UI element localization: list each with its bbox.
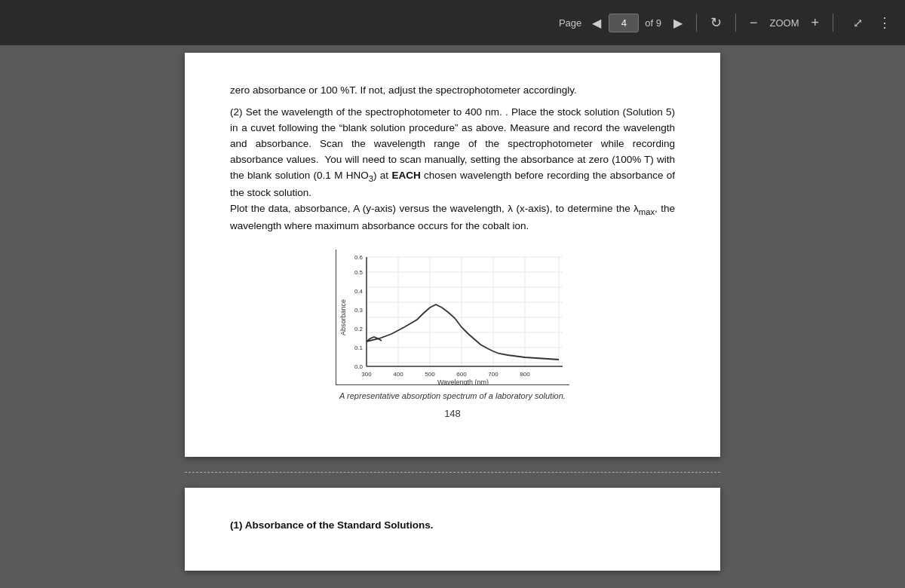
prev-page-button[interactable]: ◀ xyxy=(586,11,607,35)
page-separator xyxy=(185,472,720,473)
page-label: Page xyxy=(559,17,581,29)
toolbar-separator-1 xyxy=(696,14,697,32)
svg-text:600: 600 xyxy=(456,371,467,378)
page5-heading: (1) Absorbance of the Standard Solutions… xyxy=(230,518,675,534)
toolbar-separator-3 xyxy=(833,14,833,32)
page-number-input[interactable] xyxy=(609,14,639,32)
chart-wrap: 0.0 0.1 0.2 0.3 0.4 0.5 0.6 300 400 500 … xyxy=(336,250,569,385)
zoom-out-button[interactable]: − xyxy=(744,11,764,35)
main-scroll-area[interactable]: zero absorbance or 100 %T. If not, adjus… xyxy=(0,45,905,588)
svg-text:0.2: 0.2 xyxy=(354,326,364,332)
zoom-in-button[interactable]: + xyxy=(805,11,825,35)
expand-button[interactable]: ⤢ xyxy=(847,11,869,35)
absorption-chart-svg: 0.0 0.1 0.2 0.3 0.4 0.5 0.6 300 400 500 … xyxy=(336,250,569,385)
svg-text:500: 500 xyxy=(425,371,435,378)
paragraph-wavelength-instructions: (2) Set the wavelength of the spectropho… xyxy=(230,105,675,234)
of-pages-label: of 9 xyxy=(645,17,661,29)
toolbar-separator-2 xyxy=(735,14,736,32)
svg-text:Wavelength (nm): Wavelength (nm) xyxy=(437,378,489,385)
page5-heading-text: (1) Absorbance of the Standard Solutions… xyxy=(230,519,434,531)
chart-caption: A representative absorption spectrum of … xyxy=(339,391,566,400)
svg-text:300: 300 xyxy=(361,371,372,378)
svg-text:700: 700 xyxy=(488,371,499,378)
svg-text:0.0: 0.0 xyxy=(354,363,364,370)
refresh-button[interactable]: ↻ xyxy=(704,10,728,35)
absorption-chart-container: 0.0 0.1 0.2 0.3 0.4 0.5 0.6 300 400 500 … xyxy=(230,250,675,400)
svg-text:0.6: 0.6 xyxy=(354,254,364,261)
svg-text:Absorbance: Absorbance xyxy=(339,299,347,335)
svg-text:800: 800 xyxy=(520,371,530,378)
svg-text:0.5: 0.5 xyxy=(354,269,364,276)
page-4-document: zero absorbance or 100 %T. If not, adjus… xyxy=(185,53,720,457)
paragraph-zero-absorbance: zero absorbance or 100 %T. If not, adjus… xyxy=(230,83,675,99)
next-page-button[interactable]: ▶ xyxy=(667,11,689,35)
svg-text:0.1: 0.1 xyxy=(354,345,364,351)
page-5-document: (1) Absorbance of the Standard Solutions… xyxy=(185,488,720,571)
svg-text:400: 400 xyxy=(393,371,403,378)
svg-text:0.3: 0.3 xyxy=(354,307,364,314)
toolbar: Page ◀ of 9 ▶ ↻ − ZOOM + ⤢ ⋮ xyxy=(0,0,905,45)
svg-text:0.4: 0.4 xyxy=(354,288,364,295)
page-controls: Page ◀ of 9 ▶ xyxy=(559,11,689,35)
page-number-display: 148 xyxy=(230,408,675,419)
more-options-button[interactable]: ⋮ xyxy=(872,10,897,35)
zoom-label: ZOOM xyxy=(769,17,799,29)
